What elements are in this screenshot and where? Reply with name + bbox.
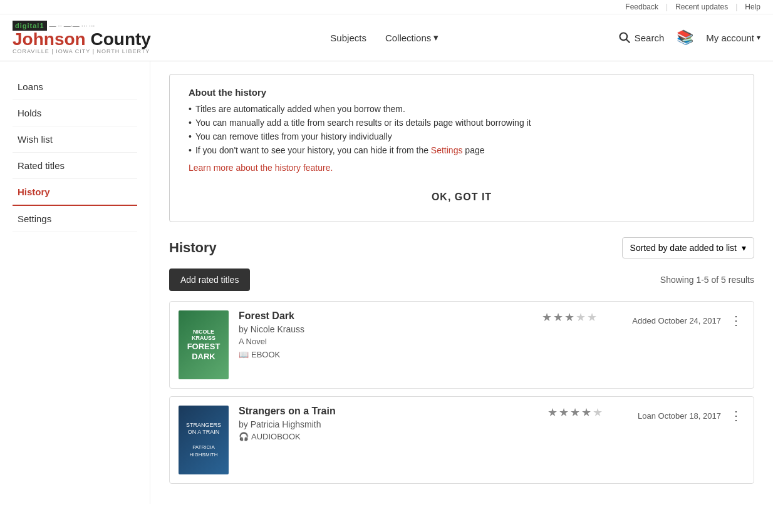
account-chevron: ▾ (757, 33, 760, 42)
account-button[interactable]: My account ▾ (706, 33, 760, 43)
book-format-forest-dark: 📖 EBOOK (239, 350, 507, 359)
search-button[interactable]: Search (618, 31, 665, 44)
book-item-strangers: STRANGERSON A TRAIN PATRICIAHIGHSMITH St… (169, 396, 754, 484)
sort-chevron: ▾ (742, 243, 746, 253)
collections-label: Collections (385, 33, 431, 43)
search-label: Search (635, 33, 665, 43)
sidebar-item-holds[interactable]: Holds (13, 100, 137, 126)
book-title-strangers[interactable]: Strangers on a Train (239, 406, 512, 417)
logo[interactable]: digital1 — ·· —·— ··· ··· Johnson County… (13, 21, 151, 54)
recent-updates-link[interactable]: Recent updates (675, 3, 728, 11)
info-bullet-1: Titles are automatically added when you … (189, 104, 735, 114)
main-content: About the history Titles are automatical… (150, 61, 773, 504)
sidebar-item-history[interactable]: History (13, 179, 137, 206)
book-item-forest-dark: NICOLEKRAUSSFORESTDARK Forest Dark by Ni… (169, 301, 754, 389)
logo-johnson: Johnson (13, 29, 86, 49)
svg-point-0 (620, 33, 627, 41)
info-box-list: Titles are automatically added when you … (189, 104, 735, 155)
sidebar-item-loans[interactable]: Loans (13, 74, 137, 100)
audiobook-icon: 🎧 (239, 432, 249, 441)
logo-county: Johnson County (13, 31, 151, 48)
book-info-forest-dark: Forest Dark by Nicole Krauss A Novel 📖 E… (239, 310, 507, 359)
star-2[interactable]: ★ (559, 406, 569, 419)
svg-line-1 (626, 39, 630, 43)
history-title: History (169, 240, 217, 256)
info-bullet-4: If you don't want to see your history, y… (189, 145, 735, 155)
sidebar: Loans Holds Wish list Rated titles Histo… (0, 61, 150, 504)
book-format-strangers: 🎧 AUDIOBOOK (239, 432, 512, 441)
collections-chevron: ▾ (433, 32, 438, 43)
library-icon[interactable]: 📚 (677, 29, 693, 46)
sort-label: Sorted by date added to list (630, 243, 737, 253)
book-meta-forest-dark: Added October 24, 2017 ⋮ (632, 310, 745, 330)
learn-more-link[interactable]: Learn more about the history feature. (189, 163, 735, 173)
main-nav: Subjects Collections ▾ (330, 32, 438, 43)
subjects-label: Subjects (330, 33, 366, 43)
settings-link[interactable]: Settings (431, 145, 463, 155)
book-cover-forest-dark: NICOLEKRAUSSFORESTDARK (179, 310, 229, 379)
top-bar: Feedback | Recent updates | Help (0, 0, 773, 14)
sep2: | (735, 3, 737, 11)
sort-dropdown[interactable]: Sorted by date added to list ▾ (622, 237, 754, 258)
nav-subjects[interactable]: Subjects (330, 33, 366, 43)
info-bullet-2: You can manually add a title from search… (189, 118, 735, 128)
star-3[interactable]: ★ (564, 310, 574, 324)
sidebar-loans-label: Loans (18, 81, 43, 92)
search-icon (618, 31, 631, 44)
add-rated-titles-button[interactable]: Add rated titles (169, 269, 250, 291)
header-right: Search 📚 My account ▾ (618, 29, 760, 46)
star-1[interactable]: ★ (547, 406, 558, 419)
book-cover-strangers: STRANGERSON A TRAIN PATRICIAHIGHSMITH (179, 406, 229, 474)
star-4[interactable]: ★ (576, 310, 586, 324)
sidebar-item-wishlist[interactable]: Wish list (13, 126, 137, 153)
sidebar-rated-label: Rated titles (18, 160, 65, 171)
nav-collections[interactable]: Collections ▾ (385, 32, 438, 43)
book-author-forest-dark: by Nicole Krauss (239, 324, 507, 334)
actions-row: Add rated titles Showing 1-5 of 5 result… (169, 269, 754, 291)
layout: Loans Holds Wish list Rated titles Histo… (0, 61, 773, 504)
showing-count: Showing 1-5 of 5 results (660, 275, 754, 285)
sidebar-wishlist-label: Wish list (18, 134, 53, 145)
star-5[interactable]: ★ (593, 406, 603, 419)
star-2[interactable]: ★ (553, 310, 563, 324)
star-5[interactable]: ★ (587, 310, 597, 324)
ebook-icon: 📖 (239, 350, 249, 359)
star-3[interactable]: ★ (570, 406, 580, 419)
book-meta-strangers: Loan October 18, 2017 ⋮ (638, 406, 745, 426)
feedback-link[interactable]: Feedback (625, 3, 658, 11)
book-more-strangers[interactable]: ⋮ (727, 406, 745, 426)
info-box: About the history Titles are automatical… (169, 74, 754, 222)
book-rating-strangers[interactable]: ★ ★ ★ ★ ★ (547, 406, 603, 419)
book-more-forest-dark[interactable]: ⋮ (727, 310, 745, 330)
book-author-strangers: by Patricia Highsmith (239, 419, 512, 429)
logo-subtitle: CORAVILLE | IOWA CITY | NORTH LIBERTY (13, 48, 151, 54)
book-rating-forest-dark[interactable]: ★ ★ ★ ★ ★ (542, 310, 597, 324)
info-box-title: About the history (189, 87, 735, 98)
account-label: My account (706, 33, 754, 43)
book-info-strangers: Strangers on a Train by Patricia Highsmi… (239, 406, 512, 441)
book-subtitle-forest-dark: A Novel (239, 337, 507, 346)
sidebar-item-settings[interactable]: Settings (13, 206, 137, 232)
sep1: | (666, 3, 668, 11)
ok-got-it-button[interactable]: OK, GOT IT (189, 185, 735, 209)
sidebar-holds-label: Holds (18, 108, 41, 118)
book-date-strangers: Loan October 18, 2017 (638, 411, 721, 421)
star-4[interactable]: ★ (581, 406, 591, 419)
book-title-forest-dark[interactable]: Forest Dark (239, 310, 507, 322)
sidebar-history-label: History (18, 187, 50, 197)
history-header: History Sorted by date added to list ▾ (169, 237, 754, 258)
sidebar-item-rated[interactable]: Rated titles (13, 153, 137, 179)
book-date-forest-dark: Added October 24, 2017 (632, 316, 721, 325)
info-bullet-3: You can remove titles from your history … (189, 131, 735, 141)
star-1[interactable]: ★ (542, 310, 552, 324)
sidebar-settings-label: Settings (18, 213, 51, 224)
header: digital1 — ·· —·— ··· ··· Johnson County… (0, 14, 773, 61)
help-link[interactable]: Help (745, 3, 760, 11)
d1-circuit: — ·· —·— ··· ··· (49, 22, 95, 29)
